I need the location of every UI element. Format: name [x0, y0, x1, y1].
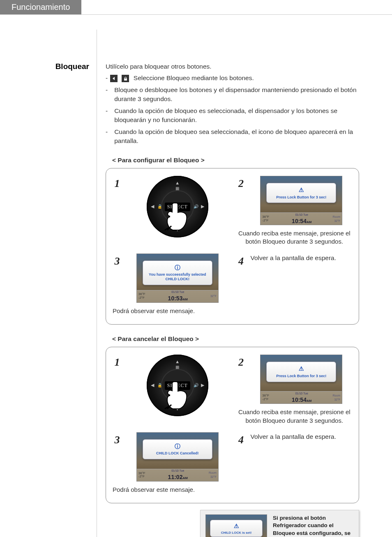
popup-message: Press Lock Button for 3 sec!	[266, 183, 336, 203]
popup-message: CHILD LOCK is set!	[210, 520, 263, 537]
popup-text: You have succeessfully selected CHILD LO…	[145, 272, 210, 281]
step-number: 1	[113, 355, 122, 370]
hand-pointer-icon	[163, 378, 192, 413]
note-box: CHILD LOCK is set! 36°F-2°F 01/10 Tue11:…	[200, 510, 359, 537]
arrow-left-icon: ◀	[151, 203, 154, 210]
side-heading: Bloquear	[0, 62, 89, 71]
info-icon: ⓘ	[145, 263, 210, 272]
section1-step-1: 1 ▲ ▼ ◀ ▶ ▦ 🔒 🔊 SELECT	[113, 176, 228, 246]
intro-item-4: - Cuando la opción de bloqueo sea selecc…	[106, 127, 359, 146]
intro-item-3: - Cuando la opción de bloqueo es selecci…	[106, 106, 359, 125]
display-screen: Press Lock Button for 3 sec! 36°F-2°F 01…	[260, 176, 342, 225]
info-icon: ⓘ	[145, 442, 210, 450]
warning-icon	[212, 522, 261, 530]
left-arrow-icon	[110, 75, 118, 82]
display-screen: ⓘ CHILD LOCK Cancelled! 36°F-2°F 01/10 T…	[136, 432, 219, 482]
arrow-right-icon: ▶	[201, 203, 204, 210]
note-screen: CHILD LOCK is set! 36°F-2°F 01/10 Tue11:…	[205, 514, 267, 537]
header-bar: Funcionamiento	[0, 0, 392, 15]
section2-step-4: 4 Volver a la pantalla de espera.	[237, 432, 353, 494]
section2-step-3: 3 ⓘ CHILD LOCK Cancelled! 36°F-2°F 01/10…	[113, 432, 228, 494]
section2-step-2: 2 Press Lock Button for 3 sec! 36°F-2°F …	[237, 355, 353, 425]
warning-icon	[269, 186, 333, 194]
section2-title: < Para cancelar el Bloqueo >	[112, 334, 359, 343]
section1-step-4: 4 Volver a la pantalla de espera.	[237, 254, 353, 315]
control-dial: ▲ ▼ ◀ ▶ ▦ 🔒 🔊 SELECT	[147, 355, 208, 416]
note-text: Si presiona el botón Refrigerador cuando…	[273, 514, 354, 537]
lock-icon	[122, 75, 130, 82]
step-caption: Cuando reciba este mensaje, presione el …	[237, 229, 353, 246]
section1-step-3: 3 ⓘ You have succeessfully selected CHIL…	[113, 254, 228, 315]
intro-item-2: - Bloquee o desbloquee los botones y el …	[106, 85, 359, 104]
status-bar: 36°F-2°F 01/10 Tue10:53AM 32°F	[137, 290, 218, 302]
step-number: 3	[113, 432, 122, 448]
step-caption: Podrá observar este mensaje.	[113, 486, 228, 494]
step-number: 2	[237, 355, 246, 370]
intro-item-1: - Seleccione Bloqueo mediante los botone…	[106, 74, 359, 83]
content-column: Utilícelo para bloquear otros botones. -…	[97, 15, 392, 537]
step-caption: Volver a la pantalla de espera.	[251, 432, 353, 441]
arrow-left-icon: ◀	[151, 382, 154, 389]
step-number: 4	[237, 254, 246, 269]
section2-step-1: 1 ▲ ▼ ◀ ▶ ▦ 🔒 🔊 SELECT	[113, 355, 228, 425]
step-caption: Volver a la pantalla de espera.	[251, 254, 353, 263]
step-number: 4	[237, 432, 246, 448]
status-bar: 36°F-2°F 01/10 Tue11:02AM Room32°F	[137, 469, 218, 481]
step-caption: Podrá observar este mensaje.	[113, 307, 228, 315]
intro-list: - Seleccione Bloqueo mediante los botone…	[106, 74, 359, 145]
intro-item-2-text: Bloquee o desbloquee los botones y el di…	[110, 85, 359, 104]
section1-panel: 1 ▲ ▼ ◀ ▶ ▦ 🔒 🔊 SELECT	[106, 168, 359, 325]
step-caption: Cuando reciba este mensaje, presione el …	[237, 408, 353, 425]
speaker-icon: 🔊	[194, 383, 198, 389]
status-bar: 36°F-2°F 01/10 Tue10:54AM Room32°F	[261, 391, 342, 403]
popup-message: ⓘ CHILD LOCK Cancelled!	[143, 439, 212, 459]
warning-icon	[269, 364, 333, 373]
status-bar: 36°F-2°F 01/10 Tue10:54AM Room32°F	[261, 212, 342, 225]
arrow-right-icon: ▶	[201, 382, 204, 389]
intro-item-3-text: Cuando la opción de bloqueo es seleccion…	[110, 106, 359, 125]
header-tab: Funcionamiento	[0, 0, 81, 14]
section2-panel: 1 ▲ ▼ ◀ ▶ ▦ 🔒 🔊 SELECT	[106, 347, 359, 503]
popup-text: Press Lock Button for 3 sec!	[269, 374, 333, 378]
vertical-divider	[97, 30, 97, 537]
section1-title: < Para configurar el Bloqueo >	[112, 156, 359, 165]
display-screen: ⓘ You have succeessfully selected CHILD …	[136, 254, 219, 303]
popup-message: Press Lock Button for 3 sec!	[266, 362, 336, 382]
popup-text: CHILD LOCK is set!	[212, 531, 261, 535]
step-number: 1	[113, 176, 122, 191]
popup-text: CHILD LOCK Cancelled!	[145, 451, 210, 456]
section1-step-2: 2 Press Lock Button for 3 sec! 36°F-2°F …	[237, 176, 353, 246]
popup-message: ⓘ You have succeessfully selected CHILD …	[143, 260, 212, 285]
step-number: 2	[237, 176, 246, 191]
intro-item-1-text: Seleccione Bloqueo mediante los botones.	[134, 74, 254, 81]
intro-item-4-text: Cuando la opción de bloqueo sea seleccio…	[110, 127, 359, 146]
display-screen: Press Lock Button for 3 sec! 36°F-2°F 01…	[260, 355, 342, 404]
speaker-icon: 🔊	[194, 204, 198, 210]
side-column: Bloquear	[0, 15, 97, 537]
control-dial: ▲ ▼ ◀ ▶ ▦ 🔒 🔊 SELECT	[147, 176, 208, 237]
step-number: 3	[113, 254, 122, 269]
hand-pointer-icon	[163, 199, 192, 234]
page-body: Bloquear Utilícelo para bloquear otros b…	[0, 15, 392, 537]
popup-text: Press Lock Button for 3 sec!	[269, 195, 333, 200]
intro-lead: Utilícelo para bloquear otros botones.	[106, 62, 359, 71]
